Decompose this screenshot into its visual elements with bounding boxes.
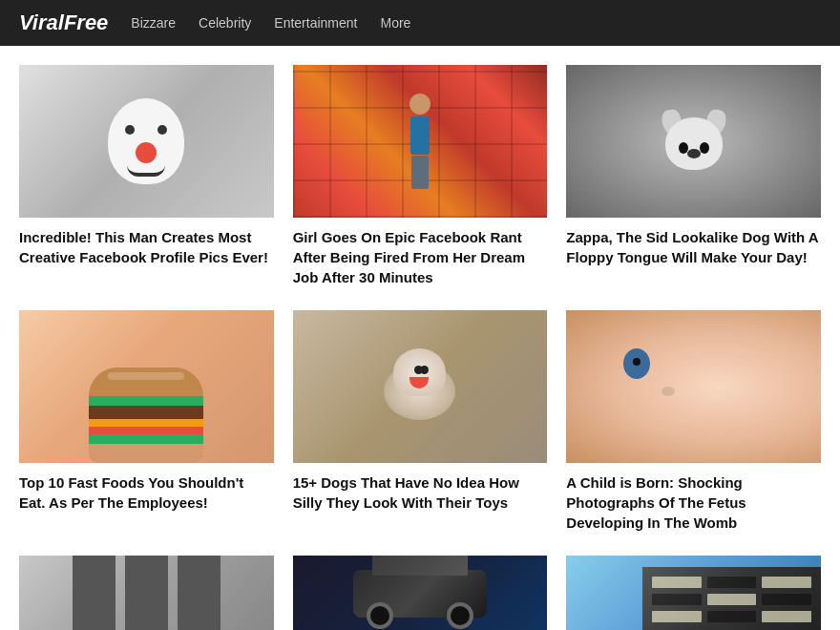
nav-entertainment[interactable]: Entertainment bbox=[274, 15, 357, 31]
article-card-1[interactable]: Incredible! This Man Creates Most Creati… bbox=[19, 65, 274, 287]
car-illustration bbox=[353, 570, 487, 618]
article-card-6[interactable]: A Child is Born: Shocking Photographs Of… bbox=[566, 310, 821, 533]
article-card-2[interactable]: Girl Goes On Epic Facebook Rant After Be… bbox=[293, 65, 548, 287]
article-image-1 bbox=[19, 65, 274, 218]
article-image-6 bbox=[566, 310, 821, 463]
nav-more[interactable]: More bbox=[380, 15, 410, 31]
main-content: Incredible! This Man Creates Most Creati… bbox=[0, 46, 840, 630]
dog-illustration bbox=[661, 108, 727, 175]
article-card-9[interactable] bbox=[566, 556, 821, 630]
article-card-7[interactable] bbox=[19, 556, 274, 630]
article-title-1: Incredible! This Man Creates Most Creati… bbox=[19, 227, 274, 267]
article-title-6: A Child is Born: Shocking Photographs Of… bbox=[566, 472, 821, 533]
article-title-5: 15+ Dogs That Have No Idea How Silly The… bbox=[293, 472, 548, 513]
navbar: ViralFree Bizzare Celebrity Entertainmen… bbox=[0, 0, 840, 46]
nav-celebrity[interactable]: Celebrity bbox=[199, 15, 251, 31]
nav-bizzare[interactable]: Bizzare bbox=[131, 15, 176, 31]
clown-illustration bbox=[108, 98, 184, 184]
baby-illustration bbox=[566, 310, 821, 463]
article-image-8 bbox=[293, 556, 548, 630]
article-card-4[interactable]: Top 10 Fast Foods You Shouldn't Eat. As … bbox=[19, 310, 274, 533]
article-image-4 bbox=[19, 310, 274, 463]
nav-links: Bizzare Celebrity Entertainment More bbox=[131, 15, 410, 31]
article-title-2: Girl Goes On Epic Facebook Rant After Be… bbox=[293, 227, 548, 287]
article-title-4: Top 10 Fast Foods You Shouldn't Eat. As … bbox=[19, 472, 274, 513]
girl-illustration bbox=[401, 94, 439, 189]
article-image-2 bbox=[293, 65, 548, 218]
article-grid-row3 bbox=[19, 556, 821, 630]
burger-illustration bbox=[89, 368, 203, 463]
article-image-5 bbox=[293, 310, 548, 463]
site-logo[interactable]: ViralFree bbox=[19, 10, 108, 35]
article-image-3 bbox=[566, 65, 821, 218]
article-grid: Incredible! This Man Creates Most Creati… bbox=[19, 65, 821, 533]
fluffy-dog-illustration bbox=[382, 344, 458, 430]
article-title-3: Zappa, The Sid Lookalike Dog With A Flop… bbox=[566, 227, 821, 267]
article-image-9 bbox=[566, 556, 821, 630]
building-illustration bbox=[642, 567, 821, 630]
article-card-8[interactable] bbox=[293, 556, 548, 630]
article-card-5[interactable]: 15+ Dogs That Have No Idea How Silly The… bbox=[293, 310, 548, 533]
article-card-3[interactable]: Zappa, The Sid Lookalike Dog With A Flop… bbox=[566, 65, 821, 287]
article-image-7 bbox=[19, 556, 274, 630]
